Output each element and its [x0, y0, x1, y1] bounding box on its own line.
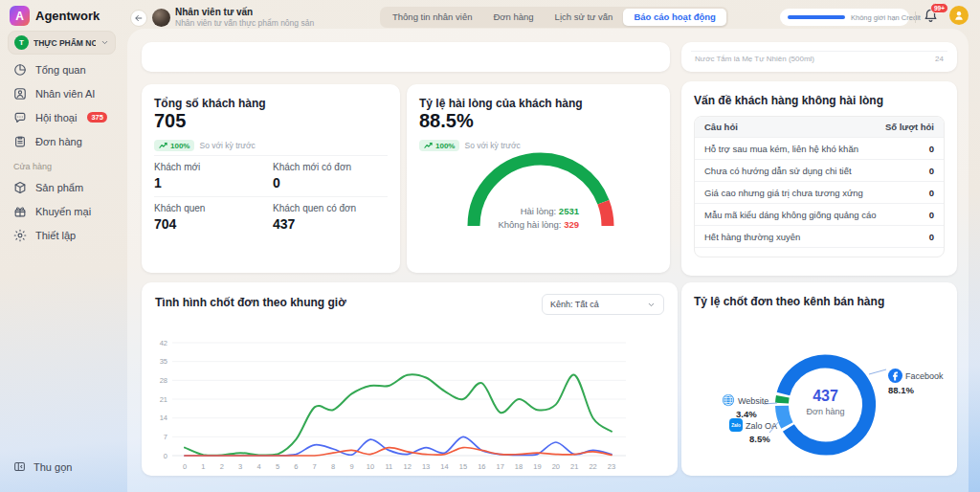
stat-label: Khách mới có đơn [273, 162, 351, 172]
hourly-line-chart: 0714212835420123456789101112131415161718… [149, 324, 674, 474]
svg-text:4: 4 [257, 462, 261, 471]
svg-text:7: 7 [313, 462, 317, 471]
legend-website-label: Website [738, 396, 768, 406]
customers-card: Tổng số khách hàng 705 100% So với kỳ tr… [142, 84, 400, 273]
collapse-label: Thu gọn [33, 461, 72, 473]
sidebar-item-thiet-lap[interactable]: Thiết lập [0, 223, 127, 247]
issues-card: Vấn đề khách hàng không hài lòng Câu hỏi… [681, 81, 957, 276]
channels-card: Tỷ lệ chốt đơn theo kênh bán hàng 437 Đơ… [681, 282, 957, 476]
app-name: Agentwork [35, 9, 100, 23]
stat-value: 0 [273, 175, 280, 190]
sidebar-item-label: Tổng quan [35, 64, 86, 76]
table-row: Mẫu mã kiểu dáng không giống quảng cáo0 [695, 203, 944, 225]
svg-text:21: 21 [570, 462, 578, 471]
workspace-selector[interactable]: T THỰC PHẨM NO... [8, 31, 116, 55]
legend-zalo-pct: 8.5% [749, 434, 770, 444]
svg-text:18: 18 [515, 462, 523, 471]
sidebar-item-hoi-thoai[interactable]: Hội thoại 375 [0, 105, 127, 129]
settings-gear-icon [13, 229, 27, 242]
svg-text:23: 23 [608, 462, 615, 471]
filter-label: Kênh: Tất cả [550, 300, 599, 309]
sidebar-item-san-pham[interactable]: Sản phẩm [0, 175, 127, 199]
sidebar-item-khuyen-mai[interactable]: Khuyến mại [0, 199, 127, 223]
collapse-sidebar-button[interactable]: Thu gọn [13, 460, 72, 473]
credit-progress-bar [788, 15, 845, 19]
trend-row: 100% So với kỳ trước [154, 140, 256, 151]
positive-label: Hài lòng: [521, 206, 557, 216]
row-text: Nước Tắm lá Mẹ Tự Nhiên (500ml) [695, 55, 814, 63]
legend-facebook-pct: 88.1% [888, 385, 914, 395]
sidebar-item-label: Sản phẩm [35, 182, 83, 193]
sidebar-item-label: Khuyến mại [35, 206, 91, 217]
svg-text:14: 14 [440, 462, 448, 471]
table-footer [695, 247, 944, 257]
svg-text:13: 13 [422, 462, 430, 471]
gift-icon [13, 205, 27, 218]
website-globe-icon [722, 393, 735, 407]
trend-badge: 100% [419, 140, 459, 151]
sidebar-item-nhan-vien-ai[interactable]: Nhân viên AI [0, 81, 127, 105]
stat-label: Khách quen [154, 203, 205, 213]
svg-text:19: 19 [533, 462, 541, 471]
credit-indicator[interactable]: Không giới hạn Credit [780, 9, 909, 26]
svg-text:35: 35 [160, 357, 167, 366]
svg-text:14: 14 [160, 414, 167, 422]
app-logo: A Agentwork [10, 6, 100, 26]
tab-don-hang[interactable]: Đơn hàng [482, 9, 544, 26]
svg-text:7: 7 [164, 433, 167, 441]
notification-count-badge: 99+ [930, 3, 948, 13]
facebook-icon [888, 369, 902, 383]
row-divider [691, 51, 947, 52]
table-row: Nước Tắm lá Mẹ Tự Nhiên (500ml) 24 [695, 55, 944, 63]
svg-text:16: 16 [478, 462, 485, 471]
person-icon [952, 9, 966, 22]
svg-text:11: 11 [385, 462, 392, 471]
trend-up-icon [424, 142, 433, 149]
page-title: Nhân viên tư vấn [175, 7, 314, 17]
zalo-icon: Zalo [729, 418, 743, 432]
sidebar-section-label: Cửa hàng [0, 153, 127, 175]
pie-chart-icon [13, 63, 27, 77]
header-divider [915, 11, 916, 23]
trend-badge: 100% [154, 140, 194, 151]
trend-up-icon [159, 142, 167, 149]
channel-filter-dropdown[interactable]: Kênh: Tất cả [542, 294, 664, 315]
sidebar-nav: Tổng quan Nhân viên AI Hội thoại 375 Đơn… [0, 57, 127, 247]
svg-text:6: 6 [294, 462, 298, 471]
chevron-down-icon [647, 301, 656, 309]
table-row: Hỗ trợ sau mua kém, liên hệ khó khăn0 [695, 137, 944, 159]
sidebar-item-label: Đơn hàng [35, 136, 82, 147]
row-value: 24 [935, 55, 944, 63]
svg-text:10: 10 [367, 462, 374, 471]
table-row: Giá cao nhưng giá trị chưa tương xứng0 [695, 181, 944, 203]
agentwork-logo-icon: A [10, 6, 30, 26]
credit-label: Không giới hạn Credit [851, 13, 921, 22]
workspace-name: THỰC PHẨM NO... [33, 38, 96, 48]
product-box-icon [13, 181, 27, 194]
tab-lich-su-tu-van[interactable]: Lịch sử tư vấn [545, 9, 624, 26]
partial-card-left [142, 42, 670, 72]
sidebar-item-tong-quan[interactable]: Tổng quan [0, 57, 127, 81]
order-icon [13, 135, 27, 148]
stat-value: 704 [154, 216, 176, 232]
divider [154, 196, 388, 197]
svg-text:0: 0 [164, 452, 167, 460]
negative-value: 329 [564, 219, 579, 230]
chat-icon [13, 111, 27, 124]
svg-text:15: 15 [459, 462, 467, 471]
collapse-icon [13, 460, 26, 473]
svg-text:42: 42 [160, 339, 167, 347]
stat-label: Khách mới [154, 162, 200, 172]
chevron-down-icon [100, 38, 109, 47]
total-customers-value: 705 [154, 110, 186, 132]
svg-text:12: 12 [404, 462, 412, 471]
user-avatar[interactable] [949, 6, 969, 25]
stat-label: Khách quen có đơn [273, 203, 356, 213]
table-row: Hết hàng thường xuyên0 [695, 225, 944, 247]
sidebar-item-don-hang[interactable]: Đơn hàng [0, 129, 127, 153]
total-orders-value: 437 [780, 388, 871, 405]
legend-facebook-label: Facebook [905, 371, 944, 381]
tab-thong-tin-nhan-vien[interactable]: Thông tin nhân viên [382, 9, 482, 26]
back-button[interactable] [130, 10, 147, 27]
tab-bao-cao-hoat-dong[interactable]: Báo cáo hoạt động [623, 9, 726, 26]
